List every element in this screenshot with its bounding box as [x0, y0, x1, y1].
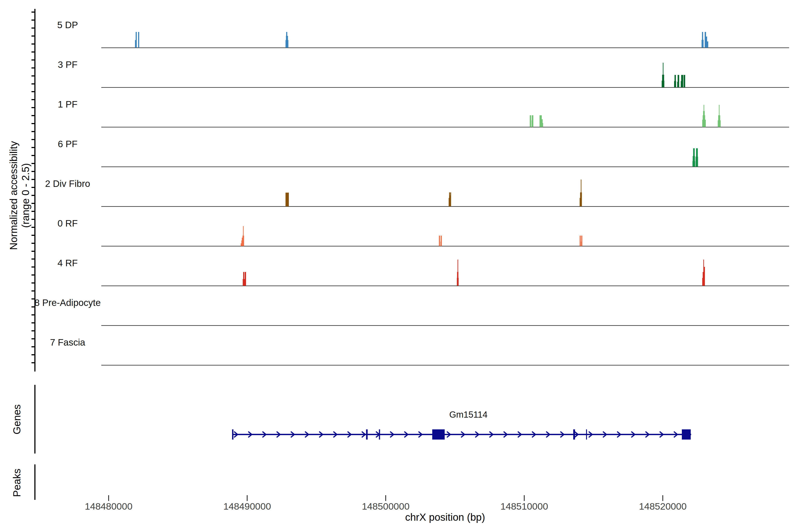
- y-axis-tick: [32, 107, 35, 108]
- y-axis-tick: [32, 243, 35, 244]
- y-axis-tick: [32, 362, 35, 363]
- gene-strand-arrow-icon: [490, 432, 493, 437]
- y-axis-tick: [32, 59, 35, 60]
- track-label: 5 DP: [21, 20, 114, 30]
- x-axis-tick: [385, 495, 386, 501]
- track-label: 4 RF: [21, 258, 114, 268]
- gene-strand-arrow-icon: [305, 432, 308, 437]
- y-axis-tick: [32, 19, 35, 21]
- gene-strand-arrow-icon: [447, 432, 451, 437]
- coverage-peak: [441, 235, 442, 246]
- gene-strand-arrow-icon: [291, 432, 294, 437]
- track-baseline: [101, 246, 789, 247]
- coverage-peak: [674, 75, 676, 87]
- coverage-peak: [286, 32, 287, 48]
- gene-strand-arrow-icon: [319, 432, 323, 437]
- y-axis-tick: [32, 306, 35, 307]
- coverage-peak: [704, 105, 704, 127]
- gene-strand-arrow-icon: [532, 432, 535, 437]
- coverage-peak: [697, 153, 698, 167]
- coverage-peak: [439, 235, 440, 246]
- y-axis-tick: [32, 330, 35, 331]
- y-axis-tick: [32, 354, 35, 355]
- y-axis-tick: [32, 195, 35, 196]
- gene-exon-box: [682, 430, 691, 440]
- track-baseline: [101, 365, 789, 365]
- coverage-peak: [457, 260, 458, 286]
- track-label: 3 PF: [21, 60, 114, 70]
- gene-strand-arrow-icon: [504, 432, 507, 437]
- y-axis-tick: [32, 139, 35, 140]
- gene-exon-tick: [586, 430, 587, 440]
- y-axis-tick: [32, 235, 35, 236]
- gene-strand-arrow-icon: [646, 432, 649, 437]
- coverage-peak: [706, 41, 708, 48]
- gene-strand-arrow-icon: [347, 432, 351, 437]
- y-axis-tick: [32, 52, 35, 53]
- gene-strand-arrow-icon: [263, 432, 266, 437]
- y-axis-tick: [32, 322, 35, 323]
- gene-strand-arrow-icon: [234, 432, 238, 437]
- y-axis-tick: [32, 68, 35, 69]
- x-axis-tick: [247, 495, 248, 501]
- coverage-peak: [138, 32, 139, 48]
- track-baseline: [101, 127, 789, 128]
- gene-strand-arrow-icon: [362, 432, 365, 437]
- gene-strand-arrow-icon: [631, 432, 635, 437]
- y-axis-tick: [32, 43, 35, 44]
- y-axis-tick: [32, 179, 35, 180]
- y-axis-tick: [32, 346, 35, 347]
- coverage-peak: [702, 32, 703, 48]
- y-axis-tick: [32, 251, 35, 252]
- genes-bracket-line: [34, 385, 36, 454]
- track-label: 0 RF: [21, 218, 114, 229]
- y-axis-tick: [32, 290, 35, 291]
- y-axis-tick: [32, 187, 35, 188]
- y-axis-tick: [32, 163, 35, 164]
- y-axis-tick: [32, 266, 35, 268]
- y-axis-label-line1: Normalized accessibility: [7, 40, 19, 351]
- gene-strand-arrow-icon: [404, 432, 408, 437]
- coverage-peak: [542, 123, 543, 127]
- coverage-peak: [288, 194, 289, 206]
- x-axis-title: chrX position (bp): [357, 511, 534, 523]
- gene-strand-arrow-icon: [518, 432, 521, 437]
- gene-strand-arrow-icon: [376, 432, 380, 437]
- y-axis-tick: [32, 227, 35, 228]
- track-label: 6 PF: [21, 139, 114, 149]
- track-label: 8 Pre-Adipocyte: [21, 298, 114, 308]
- gene-exon-box: [432, 430, 445, 440]
- gene-strand-arrow-icon: [334, 432, 337, 437]
- gene-name-label: Gm15114: [435, 410, 501, 420]
- y-axis-tick: [32, 36, 35, 37]
- y-axis-tick: [32, 259, 35, 260]
- x-axis-tick-label: 148490000: [203, 501, 291, 512]
- gene-strand-arrow-icon: [589, 432, 592, 437]
- track-label: 2 Div Fibro: [21, 179, 114, 189]
- gene-exon-tick: [366, 430, 368, 440]
- gene-strand-arrow-icon: [390, 432, 394, 437]
- y-axis-tick: [32, 338, 35, 339]
- y-axis-tick: [32, 115, 35, 116]
- peaks-bracket-line: [34, 464, 36, 500]
- gene-strand-arrow-icon: [461, 432, 464, 437]
- y-axis-tick: [32, 171, 35, 172]
- coverage-peak: [136, 32, 137, 48]
- peaks-panel-label: Peaks: [11, 438, 22, 527]
- coverage-peak: [681, 75, 683, 87]
- gene-exon-tick: [379, 430, 380, 440]
- y-axis-tick: [32, 155, 35, 156]
- gene-exon-tick: [573, 430, 575, 440]
- gene-strand-arrow-icon: [277, 432, 280, 437]
- gene-strand-arrow-icon: [546, 432, 550, 437]
- coverage-peak: [530, 115, 531, 127]
- x-axis-tick-label: 148510000: [480, 501, 569, 512]
- x-axis-tick: [662, 495, 663, 501]
- coverage-peak: [581, 235, 582, 246]
- y-axis-tick: [32, 12, 35, 13]
- track-label: 7 Fascia: [21, 337, 114, 347]
- track-baseline: [101, 285, 789, 286]
- track-baseline: [101, 87, 789, 88]
- y-axis-tick: [32, 75, 35, 76]
- coverage-peak: [693, 148, 695, 167]
